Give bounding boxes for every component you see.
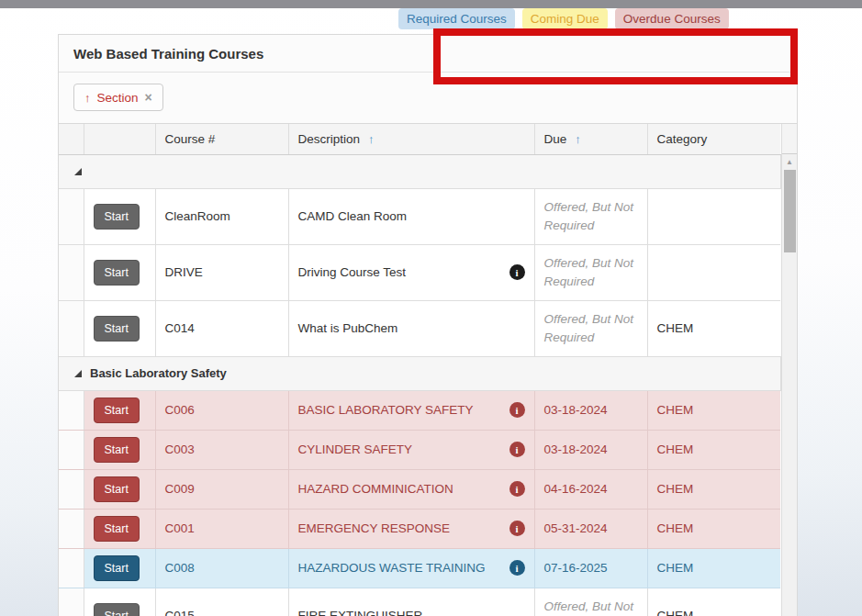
- scrollbar-header-spacer: [782, 124, 798, 154]
- course-row: StartC014What is PubChemOffered, But Not…: [59, 300, 780, 356]
- start-course-button[interactable]: Start: [94, 316, 140, 342]
- course-number-cell: C001: [155, 509, 288, 548]
- due-cell: 03-18-2024: [534, 390, 647, 430]
- info-icon[interactable]: i: [509, 442, 525, 457]
- course-row: StartC003CYLINDER SAFETYi03-18-2024CHEM: [59, 430, 780, 469]
- start-cell: Start: [84, 548, 155, 588]
- category-cell: [647, 244, 780, 300]
- start-course-button[interactable]: Start: [94, 516, 140, 542]
- category-cell: CHEM: [647, 548, 780, 588]
- group-collapse-icon[interactable]: [74, 370, 82, 377]
- row-indent-cell: [59, 548, 84, 588]
- row-indent-cell: [59, 588, 84, 616]
- group-collapse-icon[interactable]: [74, 168, 82, 175]
- course-column-header[interactable]: Course #: [155, 124, 288, 154]
- legend-required-badge: Required Courses: [398, 8, 515, 29]
- info-icon[interactable]: i: [509, 481, 525, 497]
- course-description: What is PubChem: [298, 319, 525, 338]
- description-cell: CAMD Clean Room: [288, 188, 534, 244]
- section-chip-label: Section: [97, 91, 139, 105]
- description-cell: BASIC LABORATORY SAFETYi: [288, 390, 534, 430]
- description-cell: What is PubChem: [288, 300, 534, 356]
- group-header-row[interactable]: [59, 154, 780, 188]
- sort-ascending-icon: ↑: [84, 91, 91, 105]
- expander-column-header: [59, 124, 84, 154]
- course-description: EMERGENCY RESPONSE: [298, 520, 502, 538]
- course-row: StartC006BASIC LABORATORY SAFETYi03-18-2…: [59, 390, 780, 430]
- due-column-header[interactable]: Due↑: [534, 124, 647, 154]
- category-cell: [647, 188, 780, 244]
- start-course-button[interactable]: Start: [94, 260, 140, 286]
- row-indent-cell: [59, 430, 84, 469]
- course-number-cell: C008: [155, 548, 288, 588]
- course-description: HAZARD COMMINICATION: [298, 480, 502, 498]
- row-indent-cell: [59, 300, 84, 356]
- row-indent-cell: [59, 188, 84, 244]
- category-cell: CHEM: [647, 509, 780, 548]
- start-cell: Start: [84, 244, 155, 300]
- start-course-button[interactable]: Start: [94, 398, 140, 423]
- description-cell: HAZARDOUS WASTE TRAININGi: [288, 548, 534, 588]
- top-bar: [0, 0, 862, 8]
- info-icon[interactable]: i: [509, 560, 525, 576]
- category-cell: CHEM: [647, 390, 780, 430]
- start-column-header: [84, 124, 155, 154]
- row-indent-cell: [59, 244, 84, 300]
- course-row: StartC015FIRE EXTINGUISHEROffered, But N…: [59, 588, 780, 616]
- category-cell: CHEM: [647, 469, 780, 509]
- scrollbar-thumb[interactable]: [784, 170, 796, 252]
- start-course-button[interactable]: Start: [94, 555, 140, 581]
- due-cell: 03-18-2024: [534, 430, 647, 469]
- category-cell: CHEM: [647, 588, 780, 616]
- remove-sort-icon[interactable]: ×: [145, 90, 152, 105]
- table-header-row: Course # Description↑ Due↑ Category: [59, 124, 780, 154]
- start-cell: Start: [84, 588, 155, 616]
- due-cell: Offered, But Not Required: [534, 300, 647, 356]
- vertical-scrollbar[interactable]: ▲: [782, 154, 798, 616]
- course-number-cell: DRIVE: [155, 244, 288, 300]
- course-number-cell: C015: [155, 588, 288, 616]
- due-cell: Offered, But Not Required: [534, 588, 647, 616]
- category-cell: CHEM: [647, 300, 780, 356]
- group-header-row[interactable]: Basic Laboratory Safety: [59, 356, 780, 390]
- panel-header: Web Based Training Courses: [59, 35, 797, 73]
- course-row: StartCleanRoomCAMD Clean RoomOffered, Bu…: [59, 188, 780, 244]
- course-number-cell: CleanRoom: [155, 188, 288, 244]
- category-column-header[interactable]: Category: [647, 124, 780, 154]
- start-course-button[interactable]: Start: [94, 437, 140, 463]
- row-indent-cell: [59, 390, 84, 430]
- info-icon[interactable]: i: [509, 521, 525, 536]
- scrollbar-up-arrow-icon[interactable]: ▲: [782, 156, 798, 169]
- courses-grid: Course # Description↑ Due↑ Category Star…: [59, 123, 797, 616]
- course-number-cell: C014: [155, 300, 288, 356]
- description-cell: EMERGENCY RESPONSEi: [288, 509, 534, 548]
- course-row: StartC008HAZARDOUS WASTE TRAININGi07-16-…: [59, 548, 780, 588]
- course-description: CYLINDER SAFETY: [298, 441, 502, 459]
- courses-table: Course # Description↑ Due↑ Category Star…: [59, 124, 781, 616]
- group-label: Basic Laboratory Safety: [90, 364, 227, 383]
- start-course-button[interactable]: Start: [94, 476, 140, 502]
- info-icon[interactable]: i: [509, 264, 525, 280]
- start-course-button[interactable]: Start: [94, 204, 140, 230]
- description-cell: HAZARD COMMINICATIONi: [288, 469, 534, 509]
- start-course-button[interactable]: Start: [94, 603, 140, 616]
- due-cell: 07-16-2025: [534, 548, 647, 588]
- start-cell: Start: [84, 188, 155, 244]
- row-indent-cell: [59, 469, 84, 509]
- scrollbar-column: ▲: [781, 124, 798, 616]
- legend: Required Courses Coming Due Overdue Cour…: [398, 8, 729, 29]
- description-column-header[interactable]: Description↑: [288, 124, 534, 154]
- course-description: CAMD Clean Room: [298, 207, 525, 226]
- section-sort-chip[interactable]: ↑ Section ×: [73, 84, 163, 111]
- course-number-cell: C009: [155, 469, 288, 509]
- start-cell: Start: [84, 390, 155, 430]
- course-row: StartDRIVEDriving Course TestiOffered, B…: [59, 244, 780, 300]
- info-icon[interactable]: i: [509, 402, 525, 418]
- page-title: Web Based Training Courses: [73, 46, 263, 62]
- category-cell: CHEM: [647, 430, 780, 469]
- due-cell: Offered, But Not Required: [534, 244, 647, 300]
- grid-body: StartCleanRoomCAMD Clean RoomOffered, Bu…: [59, 154, 780, 616]
- due-cell: 04-16-2024: [534, 469, 647, 509]
- training-courses-panel: Web Based Training Courses ↑ Section × C…: [58, 34, 798, 616]
- course-row: StartC009HAZARD COMMINICATIONi04-16-2024…: [59, 469, 780, 509]
